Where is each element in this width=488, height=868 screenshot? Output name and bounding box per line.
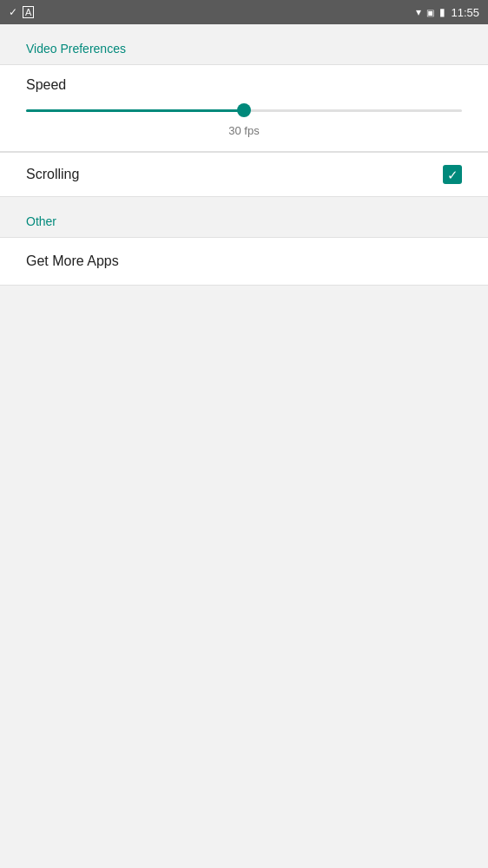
get-more-apps-label: Get More Apps (26, 253, 119, 268)
video-preferences-group: Speed 30 fps (0, 64, 488, 152)
signal-icon: ▣ (426, 8, 434, 17)
speed-label: Speed (26, 77, 462, 93)
scrolling-item[interactable]: Scrolling ✓ (0, 152, 488, 197)
slider-thumb[interactable] (237, 103, 251, 117)
get-more-apps-item[interactable]: Get More Apps (0, 237, 488, 286)
status-bar-right: ▾ ▣ ▮ 11:55 (416, 6, 479, 19)
wifi-icon: ▾ (416, 6, 421, 18)
status-bar-left: ✓ A (9, 6, 34, 18)
slider-value: 30 fps (26, 124, 462, 142)
main-content: Video Preferences Speed 30 fps Scrolling… (0, 24, 488, 286)
scrolling-label: Scrolling (26, 167, 79, 182)
slider-fill (26, 109, 244, 112)
other-header: Other (0, 197, 488, 237)
scrolling-checkbox[interactable]: ✓ (443, 165, 462, 184)
checkbox-check-icon: ✓ (447, 168, 458, 181)
video-preferences-section: Video Preferences Speed 30 fps (0, 24, 488, 152)
status-bar: ✓ A ▾ ▣ ▮ 11:55 (0, 0, 488, 24)
status-time: 11:55 (451, 6, 479, 19)
speed-slider[interactable] (26, 102, 462, 119)
check-icon: ✓ (9, 6, 17, 18)
other-section: Other Get More Apps (0, 197, 488, 286)
video-preferences-header: Video Preferences (0, 24, 488, 64)
speed-item: Speed 30 fps (0, 65, 488, 151)
a-icon: A (23, 6, 34, 18)
battery-icon: ▮ (439, 6, 445, 18)
